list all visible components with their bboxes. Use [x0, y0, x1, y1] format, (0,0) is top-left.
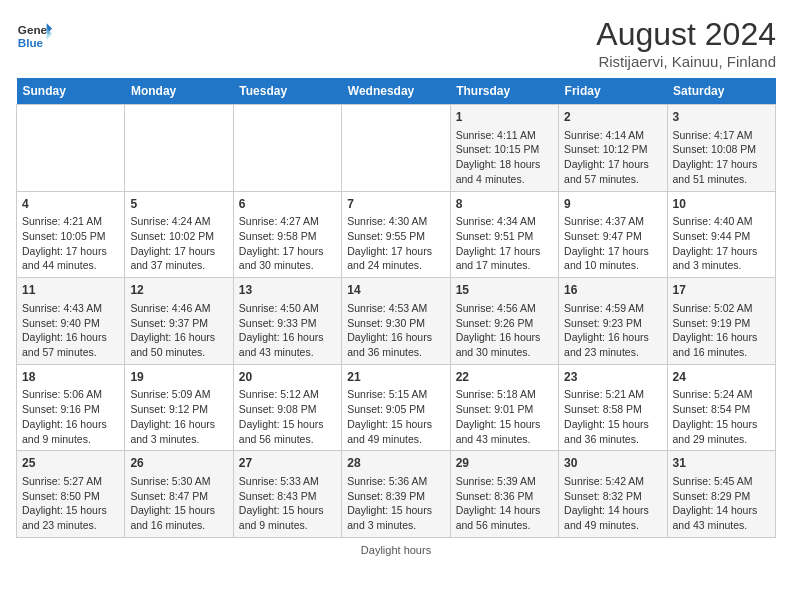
- calendar-cell: [342, 105, 450, 192]
- day-info: Sunrise: 5:30 AM Sunset: 8:47 PM Dayligh…: [130, 474, 227, 533]
- day-info: Sunrise: 4:37 AM Sunset: 9:47 PM Dayligh…: [564, 214, 661, 273]
- day-number: 23: [564, 369, 661, 386]
- day-number: 21: [347, 369, 444, 386]
- day-number: 25: [22, 455, 119, 472]
- day-info: Sunrise: 4:11 AM Sunset: 10:15 PM Daylig…: [456, 128, 553, 187]
- day-number: 14: [347, 282, 444, 299]
- day-number: 27: [239, 455, 336, 472]
- calendar-cell: 13Sunrise: 4:50 AM Sunset: 9:33 PM Dayli…: [233, 278, 341, 365]
- day-of-week-header: Sunday: [17, 78, 125, 105]
- day-of-week-header: Monday: [125, 78, 233, 105]
- calendar-cell: 4Sunrise: 4:21 AM Sunset: 10:05 PM Dayli…: [17, 191, 125, 278]
- day-number: 20: [239, 369, 336, 386]
- day-info: Sunrise: 4:50 AM Sunset: 9:33 PM Dayligh…: [239, 301, 336, 360]
- day-number: 2: [564, 109, 661, 126]
- day-number: 16: [564, 282, 661, 299]
- day-info: Sunrise: 4:30 AM Sunset: 9:55 PM Dayligh…: [347, 214, 444, 273]
- calendar-cell: 21Sunrise: 5:15 AM Sunset: 9:05 PM Dayli…: [342, 364, 450, 451]
- calendar-cell: 1Sunrise: 4:11 AM Sunset: 10:15 PM Dayli…: [450, 105, 558, 192]
- footer-text: Daylight hours: [361, 544, 431, 556]
- day-number: 28: [347, 455, 444, 472]
- day-info: Sunrise: 5:24 AM Sunset: 8:54 PM Dayligh…: [673, 387, 770, 446]
- calendar-cell: 7Sunrise: 4:30 AM Sunset: 9:55 PM Daylig…: [342, 191, 450, 278]
- calendar-cell: 31Sunrise: 5:45 AM Sunset: 8:29 PM Dayli…: [667, 451, 775, 538]
- calendar-table: SundayMondayTuesdayWednesdayThursdayFrid…: [16, 78, 776, 538]
- calendar-cell: 23Sunrise: 5:21 AM Sunset: 8:58 PM Dayli…: [559, 364, 667, 451]
- day-number: 8: [456, 196, 553, 213]
- day-number: 24: [673, 369, 770, 386]
- day-info: Sunrise: 5:42 AM Sunset: 8:32 PM Dayligh…: [564, 474, 661, 533]
- calendar-cell: 28Sunrise: 5:36 AM Sunset: 8:39 PM Dayli…: [342, 451, 450, 538]
- day-number: 17: [673, 282, 770, 299]
- calendar-cell: 20Sunrise: 5:12 AM Sunset: 9:08 PM Dayli…: [233, 364, 341, 451]
- calendar-cell: 26Sunrise: 5:30 AM Sunset: 8:47 PM Dayli…: [125, 451, 233, 538]
- calendar-cell: 15Sunrise: 4:56 AM Sunset: 9:26 PM Dayli…: [450, 278, 558, 365]
- calendar-cell: 22Sunrise: 5:18 AM Sunset: 9:01 PM Dayli…: [450, 364, 558, 451]
- day-number: 12: [130, 282, 227, 299]
- day-number: 30: [564, 455, 661, 472]
- day-number: 19: [130, 369, 227, 386]
- day-number: 6: [239, 196, 336, 213]
- calendar-cell: 14Sunrise: 4:53 AM Sunset: 9:30 PM Dayli…: [342, 278, 450, 365]
- day-number: 18: [22, 369, 119, 386]
- calendar-subtitle: Ristijaervi, Kainuu, Finland: [596, 53, 776, 70]
- day-number: 15: [456, 282, 553, 299]
- day-of-week-header: Saturday: [667, 78, 775, 105]
- day-info: Sunrise: 5:27 AM Sunset: 8:50 PM Dayligh…: [22, 474, 119, 533]
- day-number: 13: [239, 282, 336, 299]
- calendar-cell: 17Sunrise: 5:02 AM Sunset: 9:19 PM Dayli…: [667, 278, 775, 365]
- day-of-week-header: Wednesday: [342, 78, 450, 105]
- day-info: Sunrise: 4:34 AM Sunset: 9:51 PM Dayligh…: [456, 214, 553, 273]
- calendar-cell: 2Sunrise: 4:14 AM Sunset: 10:12 PM Dayli…: [559, 105, 667, 192]
- calendar-cell: 25Sunrise: 5:27 AM Sunset: 8:50 PM Dayli…: [17, 451, 125, 538]
- day-of-week-header: Friday: [559, 78, 667, 105]
- calendar-cell: [17, 105, 125, 192]
- calendar-cell: 30Sunrise: 5:42 AM Sunset: 8:32 PM Dayli…: [559, 451, 667, 538]
- day-info: Sunrise: 5:33 AM Sunset: 8:43 PM Dayligh…: [239, 474, 336, 533]
- day-info: Sunrise: 5:02 AM Sunset: 9:19 PM Dayligh…: [673, 301, 770, 360]
- day-info: Sunrise: 4:43 AM Sunset: 9:40 PM Dayligh…: [22, 301, 119, 360]
- day-info: Sunrise: 4:56 AM Sunset: 9:26 PM Dayligh…: [456, 301, 553, 360]
- day-info: Sunrise: 4:53 AM Sunset: 9:30 PM Dayligh…: [347, 301, 444, 360]
- calendar-cell: 24Sunrise: 5:24 AM Sunset: 8:54 PM Dayli…: [667, 364, 775, 451]
- day-info: Sunrise: 4:27 AM Sunset: 9:58 PM Dayligh…: [239, 214, 336, 273]
- day-number: 9: [564, 196, 661, 213]
- calendar-cell: 19Sunrise: 5:09 AM Sunset: 9:12 PM Dayli…: [125, 364, 233, 451]
- day-number: 3: [673, 109, 770, 126]
- day-number: 5: [130, 196, 227, 213]
- day-number: 29: [456, 455, 553, 472]
- day-info: Sunrise: 5:36 AM Sunset: 8:39 PM Dayligh…: [347, 474, 444, 533]
- calendar-cell: 8Sunrise: 4:34 AM Sunset: 9:51 PM Daylig…: [450, 191, 558, 278]
- calendar-cell: 18Sunrise: 5:06 AM Sunset: 9:16 PM Dayli…: [17, 364, 125, 451]
- day-number: 22: [456, 369, 553, 386]
- day-number: 26: [130, 455, 227, 472]
- day-info: Sunrise: 4:24 AM Sunset: 10:02 PM Daylig…: [130, 214, 227, 273]
- day-number: 10: [673, 196, 770, 213]
- calendar-cell: 9Sunrise: 4:37 AM Sunset: 9:47 PM Daylig…: [559, 191, 667, 278]
- calendar-cell: 12Sunrise: 4:46 AM Sunset: 9:37 PM Dayli…: [125, 278, 233, 365]
- day-info: Sunrise: 4:46 AM Sunset: 9:37 PM Dayligh…: [130, 301, 227, 360]
- calendar-cell: 16Sunrise: 4:59 AM Sunset: 9:23 PM Dayli…: [559, 278, 667, 365]
- calendar-cell: 10Sunrise: 4:40 AM Sunset: 9:44 PM Dayli…: [667, 191, 775, 278]
- day-of-week-header: Thursday: [450, 78, 558, 105]
- day-info: Sunrise: 4:59 AM Sunset: 9:23 PM Dayligh…: [564, 301, 661, 360]
- calendar-cell: 6Sunrise: 4:27 AM Sunset: 9:58 PM Daylig…: [233, 191, 341, 278]
- logo-icon: General Blue: [16, 16, 52, 52]
- calendar-cell: 29Sunrise: 5:39 AM Sunset: 8:36 PM Dayli…: [450, 451, 558, 538]
- svg-text:Blue: Blue: [18, 36, 44, 49]
- title-block: August 2024 Ristijaervi, Kainuu, Finland: [596, 16, 776, 70]
- day-number: 31: [673, 455, 770, 472]
- calendar-cell: 5Sunrise: 4:24 AM Sunset: 10:02 PM Dayli…: [125, 191, 233, 278]
- page-header: General Blue August 2024 Ristijaervi, Ka…: [16, 16, 776, 70]
- day-of-week-header: Tuesday: [233, 78, 341, 105]
- day-info: Sunrise: 5:39 AM Sunset: 8:36 PM Dayligh…: [456, 474, 553, 533]
- logo: General Blue: [16, 16, 52, 52]
- footer: Daylight hours: [16, 544, 776, 556]
- day-info: Sunrise: 4:14 AM Sunset: 10:12 PM Daylig…: [564, 128, 661, 187]
- day-info: Sunrise: 5:09 AM Sunset: 9:12 PM Dayligh…: [130, 387, 227, 446]
- calendar-cell: [125, 105, 233, 192]
- day-info: Sunrise: 5:12 AM Sunset: 9:08 PM Dayligh…: [239, 387, 336, 446]
- day-info: Sunrise: 4:40 AM Sunset: 9:44 PM Dayligh…: [673, 214, 770, 273]
- day-info: Sunrise: 5:21 AM Sunset: 8:58 PM Dayligh…: [564, 387, 661, 446]
- calendar-title: August 2024: [596, 16, 776, 53]
